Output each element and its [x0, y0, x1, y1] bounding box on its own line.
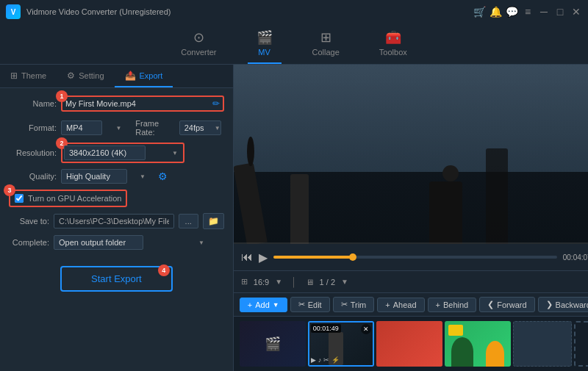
minimize-icon[interactable]: ─ — [538, 6, 550, 18]
left-panel: ⊞ Theme ⚙ Setting 📤 Export Name: 1 ✏ — [0, 65, 234, 371]
quality-settings-icon[interactable]: ⚙ — [158, 170, 168, 182]
dancer-head-1 — [247, 137, 254, 166]
tab-mv[interactable]: 🎬 MV — [248, 25, 282, 64]
open-folder-icon[interactable]: 📁 — [203, 213, 224, 229]
cart-icon[interactable]: 🛒 — [473, 6, 485, 18]
mv-icon: 🎬 — [257, 29, 273, 46]
behind-button[interactable]: + Behind — [428, 298, 477, 312]
thumbnail-2[interactable]: 00:01:49 ✕ ▶ ♪ ✂ ⚡ — [308, 321, 374, 367]
resolution-select[interactable]: 3840x2160 (4K)1920x1080 (HD)1280x720 — [64, 145, 146, 160]
thumb-2-content: 00:01:49 ✕ ▶ ♪ ✂ ⚡ — [309, 323, 373, 365]
thumbnail-1[interactable]: 🎬 — [240, 321, 306, 367]
step-badge-1: 1 — [56, 90, 68, 102]
dancer-1 — [234, 162, 268, 244]
trim-icon: ✂ — [341, 300, 348, 309]
name-input[interactable] — [65, 99, 209, 108]
sub-tab-export[interactable]: 📤 Export — [115, 65, 173, 87]
gpu-row: 3 Turn on GPU Acceleration — [9, 190, 127, 207]
time-display: 00:04:07.18/00:29:24.11 — [563, 253, 588, 262]
progress-bar[interactable] — [273, 256, 557, 259]
framerate-select[interactable]: 24fps25fps30fps — [179, 120, 221, 135]
format-select-wrapper[interactable]: MP4MKVAVIMOV — [61, 120, 125, 135]
thumb-speed-icon: ⚡ — [331, 356, 340, 364]
step-badge-4: 4 — [158, 264, 170, 276]
quality-select-wrapper[interactable]: High QualityStandardLow — [61, 169, 149, 184]
add-button[interactable]: + + Add Add ▼ — [240, 298, 287, 312]
save-to-label: Save to: — [9, 217, 49, 226]
backward-icon: ❯ — [546, 300, 553, 309]
thumb-2-icons: ▶ ♪ ✂ ⚡ — [311, 356, 340, 364]
thumb-trim-icon: ✂ — [323, 356, 329, 364]
trim-button[interactable]: ✂ Trim — [333, 297, 375, 312]
save-path-input[interactable] — [54, 214, 174, 228]
save-to-row: Save to: ... 📁 — [9, 213, 224, 229]
page-dropdown-icon[interactable]: ▼ — [341, 278, 348, 286]
add-icon: + — [248, 300, 252, 309]
forward-icon: ❮ — [487, 300, 494, 309]
collage-icon: ⊞ — [320, 29, 331, 46]
timeline-strip: 🎬 00:01:49 ✕ ▶ ♪ ✂ ⚡ — [234, 316, 588, 371]
add-more-button[interactable]: + — [574, 321, 588, 367]
complete-label: Complete: — [9, 238, 49, 247]
message-icon[interactable]: 💬 — [506, 6, 517, 18]
video-controls: ⏮ ▶ 00:04:07.18/00:29:24.11 🔊 — [234, 244, 588, 270]
quality-select[interactable]: High QualityStandardLow — [61, 169, 127, 184]
app-logo: V — [6, 4, 21, 19]
progress-fill — [273, 256, 353, 259]
sub-tabs: ⊞ Theme ⚙ Setting 📤 Export — [0, 65, 233, 88]
resolution-label: Resolution: — [9, 148, 57, 157]
quality-label: Quality: — [9, 172, 57, 181]
thumb-audio-icon: ♪ — [318, 356, 322, 364]
thumbnail-4[interactable] — [445, 321, 511, 367]
sub-tab-setting[interactable]: ⚙ Setting — [57, 65, 114, 87]
thumbnail-5[interactable] — [513, 321, 572, 367]
video-preview — [234, 65, 588, 244]
menu-icon[interactable]: ≡ — [522, 6, 534, 18]
sub-tab-theme[interactable]: ⊞ Theme — [0, 65, 57, 87]
bottom-toolbar: + + Add Add ▼ ✂ Edit ✂ Trim + Ahead + Be… — [234, 292, 588, 316]
app-title: Vidmore Video Converter (Unregistered) — [26, 7, 467, 16]
edit-scissors-icon: ✂ — [298, 300, 305, 309]
step-back-button[interactable]: ⏮ — [241, 251, 253, 264]
thumb-2-close[interactable]: ✕ — [361, 324, 371, 334]
main-content: ⊞ Theme ⚙ Setting 📤 Export Name: 1 ✏ — [0, 65, 588, 371]
start-export-area: Start Export 4 — [9, 256, 224, 299]
browse-button[interactable]: ... — [179, 214, 198, 228]
format-select[interactable]: MP4MKVAVIMOV — [61, 120, 102, 135]
window-controls: 🛒 🔔 💬 ≡ ─ □ ✕ — [473, 6, 582, 18]
tab-converter[interactable]: ⊙ Converter — [172, 25, 225, 64]
dancer-3 — [290, 174, 309, 244]
edit-pencil-icon[interactable]: ✏ — [212, 98, 220, 109]
thumb-play-icon: ▶ — [311, 356, 316, 364]
cartoon-banner — [448, 325, 463, 336]
clone-icon: 🖥 — [306, 278, 314, 287]
tab-collage[interactable]: ⊞ Collage — [304, 25, 348, 64]
backward-button[interactable]: ❯ Backward — [538, 297, 588, 312]
complete-select[interactable]: Open output folderDo nothingShut down — [54, 235, 143, 250]
format-label: Format: — [9, 123, 57, 132]
framerate-select-wrapper[interactable]: 24fps25fps30fps — [179, 120, 224, 135]
seated-head — [442, 165, 459, 181]
setting-gear-icon: ⚙ — [67, 71, 75, 81]
name-label: Name: — [9, 99, 57, 108]
thumbnail-3[interactable] — [376, 321, 442, 367]
thumb-3-content — [376, 321, 442, 367]
resolution-select-wrapper[interactable]: 3840x2160 (4K)1920x1080 (HD)1280x720 — [64, 145, 182, 160]
complete-select-wrapper[interactable]: Open output folderDo nothingShut down — [54, 235, 208, 250]
gpu-checkbox[interactable] — [15, 194, 24, 203]
tab-toolbox[interactable]: 🧰 Toolbox — [370, 25, 416, 64]
toolbox-icon: 🧰 — [385, 29, 401, 46]
ahead-button[interactable]: + Ahead — [377, 298, 424, 312]
edit-button[interactable]: ✂ Edit — [290, 297, 330, 312]
converter-icon: ⊙ — [193, 29, 204, 46]
maximize-icon[interactable]: □ — [554, 6, 566, 18]
start-export-button[interactable]: Start Export — [60, 266, 173, 292]
ratio-dropdown-icon[interactable]: ▼ — [275, 278, 282, 286]
bell-icon[interactable]: 🔔 — [490, 6, 501, 18]
forward-button[interactable]: ❮ Forward — [479, 297, 534, 312]
close-icon[interactable]: ✕ — [570, 6, 582, 18]
floor-line — [234, 242, 588, 244]
cartoon-figure-1 — [451, 337, 473, 367]
play-button[interactable]: ▶ — [259, 251, 268, 264]
resolution-icon: ⊞ — [241, 277, 248, 287]
